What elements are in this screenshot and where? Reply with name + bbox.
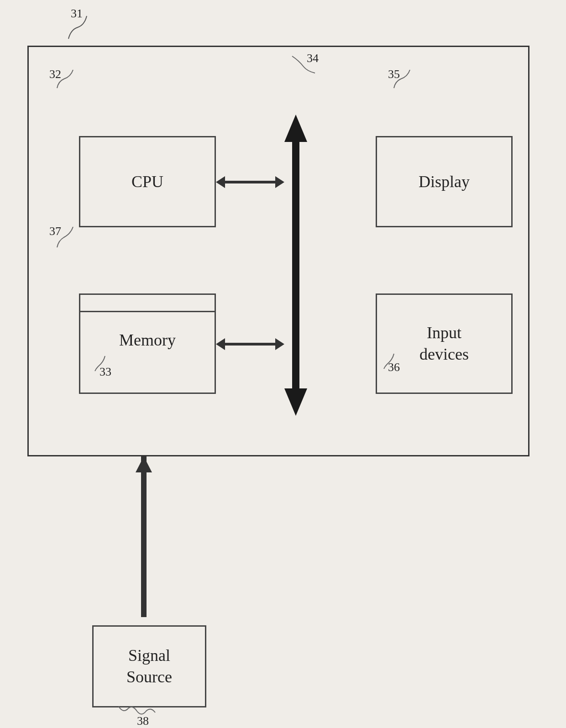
display-box: Display (376, 136, 513, 227)
memory-box: Memory (79, 293, 216, 394)
signal-source-label: SignalSource (126, 645, 172, 688)
bracket-38-svg (116, 704, 162, 718)
svg-rect-0 (292, 137, 299, 393)
bracket-36-svg (383, 351, 408, 370)
svg-marker-10 (136, 456, 152, 472)
bracket-33-svg (94, 354, 119, 372)
svg-marker-2 (284, 388, 307, 416)
svg-rect-9 (141, 456, 147, 617)
svg-rect-3 (224, 181, 276, 183)
display-label: Display (419, 172, 470, 191)
bracket-35-svg (392, 68, 419, 90)
bracket-37-svg (55, 225, 82, 250)
vertical-double-arrow (282, 115, 309, 416)
signal-source-box: SignalSource (92, 625, 206, 707)
svg-marker-5 (275, 176, 284, 188)
bracket-34-svg (290, 54, 317, 79)
bracket-32-svg (55, 68, 82, 90)
svg-marker-7 (216, 338, 225, 350)
horizontal-arrow-bottom (216, 336, 284, 352)
bracket-31-svg (59, 11, 96, 48)
input-devices-label: Inputdevices (419, 322, 469, 365)
main-box: CPU Display Memory Inputdevices (27, 46, 529, 456)
diagram-container: 31 CPU Display Memory Inputdevices (0, 0, 566, 728)
svg-marker-1 (284, 115, 307, 142)
input-devices-box: Inputdevices (376, 293, 513, 394)
memory-tab (80, 295, 215, 312)
horizontal-arrow-top (216, 174, 284, 190)
cpu-label: CPU (131, 172, 163, 191)
svg-rect-6 (224, 343, 276, 346)
signal-source-arrow (135, 456, 153, 626)
memory-label: Memory (80, 312, 215, 350)
svg-marker-4 (216, 176, 225, 188)
cpu-box: CPU (79, 136, 216, 227)
svg-marker-8 (275, 338, 284, 350)
